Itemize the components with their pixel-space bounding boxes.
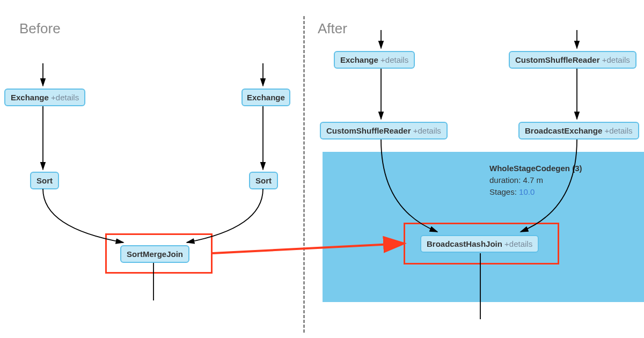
node-label: Sort: [255, 176, 272, 185]
before-highlight: [105, 233, 213, 274]
after-exchange[interactable]: Exchange +details: [334, 51, 415, 69]
divider: [303, 16, 305, 333]
node-label: Sort: [36, 176, 53, 185]
before-exchange-left[interactable]: Exchange +details: [4, 89, 85, 106]
after-csr-top[interactable]: CustomShuffleReader +details: [509, 51, 636, 69]
details-link[interactable]: +details: [604, 126, 632, 135]
codegen-duration-label: duration:: [489, 175, 521, 185]
node-label: Exchange: [11, 93, 49, 102]
codegen-title: WholeStageCodegen (3): [489, 164, 582, 173]
after-highlight: [404, 223, 559, 264]
details-link[interactable]: +details: [51, 93, 79, 102]
before-title: Before: [19, 20, 61, 37]
node-label: Exchange: [340, 55, 378, 64]
after-broadcast-exchange[interactable]: BroadcastExchange +details: [518, 122, 639, 139]
before-sort-right[interactable]: Sort: [249, 172, 278, 189]
codegen-duration-value: 4.7 m: [523, 175, 544, 185]
after-title: After: [318, 20, 347, 37]
node-label: CustomShuffleReader: [515, 55, 600, 64]
details-link[interactable]: +details: [413, 126, 441, 135]
node-label: BroadcastExchange: [525, 126, 602, 135]
node-label: Exchange: [247, 93, 285, 102]
node-label: CustomShuffleReader: [326, 126, 411, 135]
codegen-stages-label: Stages:: [489, 187, 517, 196]
details-link[interactable]: +details: [602, 55, 630, 64]
codegen-meta: WholeStageCodegen (3) duration: 4.7 m St…: [489, 163, 582, 197]
codegen-stages-value[interactable]: 10.0: [519, 187, 535, 196]
before-exchange-right[interactable]: Exchange: [241, 89, 290, 106]
before-sort-left[interactable]: Sort: [30, 172, 59, 189]
after-csr-left[interactable]: CustomShuffleReader +details: [320, 122, 448, 139]
details-link[interactable]: +details: [380, 55, 408, 64]
